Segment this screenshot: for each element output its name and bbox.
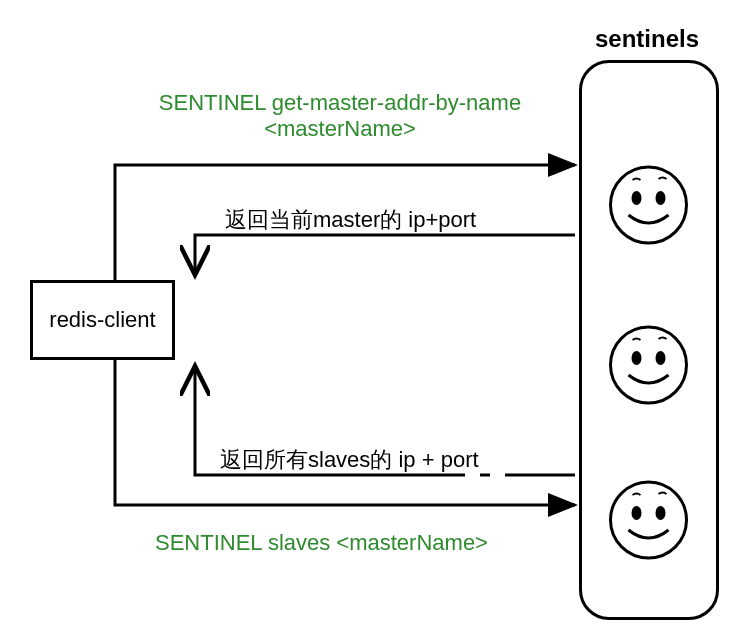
svg-point-7 xyxy=(632,506,642,520)
sentinel-node-3 xyxy=(607,478,692,563)
redis-client-box: redis-client xyxy=(30,280,175,360)
svg-point-5 xyxy=(656,351,666,365)
svg-point-0 xyxy=(611,167,687,243)
response-master: 返回当前master的 ip+port xyxy=(225,205,476,235)
sentinels-container xyxy=(579,60,719,620)
svg-point-2 xyxy=(656,191,666,205)
svg-point-4 xyxy=(632,351,642,365)
svg-point-8 xyxy=(656,506,666,520)
svg-point-3 xyxy=(611,327,687,403)
command-slaves: SENTINEL slaves <masterName> xyxy=(155,530,488,556)
svg-point-6 xyxy=(611,482,687,558)
client-label: redis-client xyxy=(49,307,155,333)
response-slaves: 返回所有slaves的 ip + port xyxy=(220,445,479,475)
sentinel-node-1 xyxy=(607,163,692,248)
svg-point-1 xyxy=(632,191,642,205)
sentinel-node-2 xyxy=(607,323,692,408)
sentinels-title: sentinels xyxy=(595,25,699,53)
command-get-master: SENTINEL get-master-addr-by-name <master… xyxy=(130,90,550,142)
